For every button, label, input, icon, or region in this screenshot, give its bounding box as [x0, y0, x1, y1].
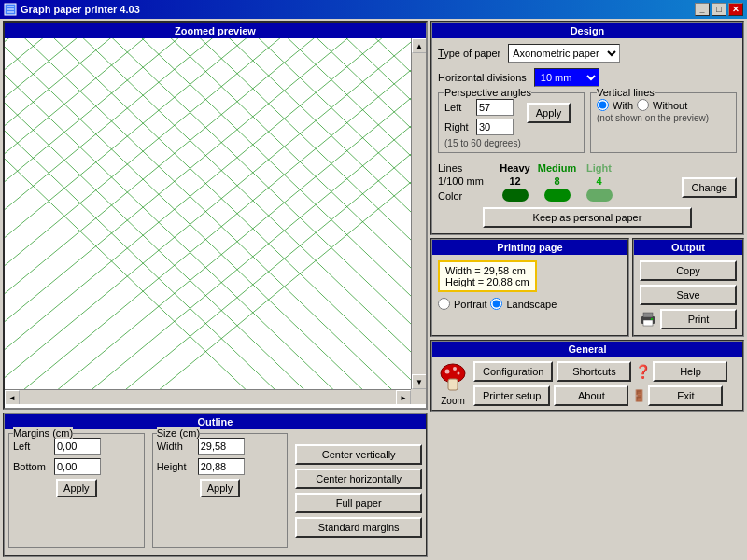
exit-icon: 🚪 [632, 389, 646, 402]
output-header: Output [634, 240, 742, 255]
svg-point-47 [445, 370, 450, 374]
scroll-left-button[interactable]: ◄ [5, 390, 20, 404]
help-button[interactable]: Help [653, 361, 727, 382]
svg-point-44 [651, 318, 653, 320]
printing-header: Printing page [432, 240, 627, 255]
center-horizontally-button[interactable]: Center horizontally [295, 469, 422, 489]
about-button[interactable]: About [554, 385, 628, 406]
left-angle-input[interactable] [476, 99, 514, 116]
maximize-button[interactable]: □ [712, 3, 726, 16]
save-button[interactable]: Save [640, 285, 737, 305]
svg-rect-46 [448, 379, 458, 390]
type-of-paper-select[interactable]: Axonometric paper [508, 44, 620, 63]
light-col-label: Light [578, 162, 620, 174]
app-icon [4, 3, 17, 16]
without-label: Without [653, 100, 687, 111]
preview-section: Zoomed preview // We'll just draw many l… [3, 21, 428, 410]
right-angle-label: Right [444, 121, 472, 133]
graph-preview: // We'll just draw many lines in SVG inl… [5, 38, 426, 404]
svg-rect-42 [643, 313, 653, 317]
page-width-text: Width = 29,58 cm [445, 265, 529, 276]
change-button[interactable]: Change [682, 177, 737, 198]
size-label: Size (cm) [157, 427, 200, 439]
medium-col-label: Medium [536, 162, 578, 174]
svg-point-48 [453, 367, 457, 371]
mm-label: 1/100 mm [438, 175, 494, 187]
horizontal-divisions-label: Horizontal divisions [438, 72, 527, 83]
apply-margins-button[interactable]: Apply [56, 479, 97, 497]
title-bar: Graph paper printer 4.03 _ □ ✕ [0, 0, 747, 19]
scroll-down-button[interactable]: ▼ [412, 374, 426, 389]
vertical-lines-group: Vertical lines With Without (not shown o… [590, 92, 737, 153]
close-button[interactable]: ✕ [728, 3, 743, 16]
svg-rect-4 [5, 38, 426, 404]
page-height-text: Height = 20,88 cm [445, 276, 529, 287]
height-label: Height [157, 461, 194, 472]
help-icon: ❓ [635, 364, 651, 379]
keep-personal-button[interactable]: Keep as personal paper [483, 207, 692, 228]
exit-button[interactable]: Exit [648, 385, 723, 406]
portrait-radio[interactable] [438, 298, 450, 310]
app-title: Graph paper printer 4.03 [21, 4, 140, 15]
light-color-dot [586, 189, 613, 202]
preview-header: Zoomed preview [5, 23, 426, 38]
vertical-lines-label: Vertical lines [597, 87, 655, 98]
general-buttons: Configuration Shortcuts ❓ Help Printer s… [473, 361, 737, 406]
vertical-scrollbar[interactable]: ▲ ▼ [411, 38, 426, 389]
scroll-right-button[interactable]: ► [396, 390, 411, 404]
type-of-paper-label: Type of paper [438, 48, 500, 59]
shortcuts-button[interactable]: Shortcuts [557, 361, 631, 382]
printer-setup-button[interactable]: Printer setup [473, 385, 550, 406]
with-radio[interactable] [597, 99, 609, 111]
with-label: With [613, 100, 633, 111]
height-input[interactable] [198, 458, 245, 475]
svg-rect-43 [643, 320, 653, 326]
preview-canvas: // We'll just draw many lines in SVG inl… [5, 38, 426, 404]
printing-section: Printing page Width = 29,58 cm Height = … [430, 238, 629, 337]
medium-color-dot [544, 189, 571, 202]
page-size-box: Width = 29,58 cm Height = 20,88 cm [438, 260, 537, 292]
perspective-angles-group: Perspective angles Left Right [438, 92, 585, 153]
vl-note: (not shown on the preview) [597, 113, 730, 123]
left-angle-label: Left [444, 102, 472, 113]
scroll-up-button[interactable]: ▲ [412, 38, 426, 53]
bottom-margin-label: Bottom [13, 461, 50, 472]
width-input[interactable] [198, 438, 245, 455]
portrait-label: Portrait [454, 299, 486, 310]
zoom-mushroom-icon [438, 360, 468, 396]
output-section: Output Copy Save Print [632, 238, 744, 337]
size-group: Size (cm) Width Height Apply [152, 433, 289, 548]
outline-section: Outline Margins (cm) Left Bottom Apply [3, 413, 428, 557]
without-radio[interactable] [637, 99, 649, 111]
horizontal-scrollbar[interactable]: ◄ ► [5, 389, 411, 404]
light-value: 4 [578, 175, 620, 187]
copy-button[interactable]: Copy [640, 260, 737, 281]
outline-buttons: Center vertically Center horizontally Fu… [295, 433, 422, 548]
width-label: Width [157, 441, 194, 452]
apply-angles-button[interactable]: Apply [527, 103, 571, 123]
center-vertically-button[interactable]: Center vertically [295, 444, 422, 465]
bottom-margin-input[interactable] [54, 458, 101, 475]
medium-value: 8 [536, 175, 578, 187]
horizontal-divisions-select[interactable]: 10 mm [534, 68, 599, 87]
color-label: Color [438, 190, 494, 202]
printer-icon [640, 311, 656, 328]
margins-group: Margins (cm) Left Bottom Apply [8, 433, 145, 548]
standard-margins-button[interactable]: Standard margins [295, 517, 422, 538]
zoom-label: Zoom [441, 396, 465, 406]
minimize-button[interactable]: _ [695, 3, 710, 16]
svg-point-49 [458, 372, 460, 375]
apply-size-button[interactable]: Apply [200, 479, 241, 497]
perspective-angles-label: Perspective angles [444, 87, 531, 98]
right-angle-input[interactable] [476, 119, 514, 135]
margins-label: Margins (cm) [13, 427, 73, 439]
left-margin-label: Left [13, 441, 50, 452]
lines-section: Lines Heavy Medium Light 1/100 mm 12 8 4 [438, 162, 678, 203]
left-margin-input[interactable] [54, 438, 101, 455]
configuration-button[interactable]: Configuration [473, 361, 553, 382]
lines-label: Lines [438, 162, 494, 174]
persp-note: (15 to 60 degrees) [444, 138, 521, 148]
full-paper-button[interactable]: Full paper [295, 493, 422, 513]
landscape-radio[interactable] [490, 298, 502, 310]
print-button[interactable]: Print [660, 309, 737, 329]
